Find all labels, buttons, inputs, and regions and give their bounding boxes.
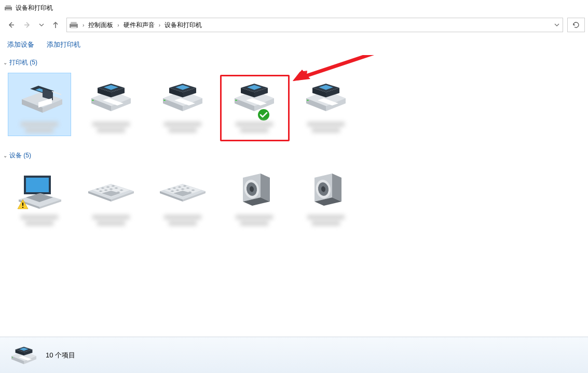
printer-item-0[interactable] xyxy=(8,73,71,136)
speaker-icon xyxy=(229,169,279,211)
back-button[interactable] xyxy=(3,18,19,32)
chevron-right-icon: › xyxy=(79,22,87,28)
chevron-right-icon: › xyxy=(156,22,163,28)
printer-item-2[interactable] xyxy=(152,73,214,136)
crumb-devices-printers[interactable]: 设备和打印机 xyxy=(163,21,203,30)
devices-items xyxy=(0,161,588,241)
device-item-1-keyboard[interactable] xyxy=(80,166,142,229)
chevron-down-icon: ⌄ xyxy=(3,153,7,158)
default-check-icon xyxy=(257,109,270,121)
crumb-control-panel[interactable]: 控制面板 xyxy=(87,21,114,30)
item-label xyxy=(303,213,349,229)
speaker-icon xyxy=(301,169,351,211)
device-item-3-speaker[interactable] xyxy=(223,166,285,229)
printer-item-3-default[interactable] xyxy=(223,73,285,136)
item-label xyxy=(231,120,278,136)
address-bar[interactable]: › 控制面板 › 硬件和声音 › 设备和打印机 xyxy=(66,18,563,32)
add-device-link[interactable]: 添加设备 xyxy=(7,40,34,49)
item-label xyxy=(159,213,206,229)
printer-item-1[interactable] xyxy=(80,73,142,136)
laptop-icon xyxy=(15,169,64,211)
printer-icon xyxy=(229,76,279,118)
app-icon xyxy=(4,4,12,12)
up-button[interactable] xyxy=(48,18,63,32)
item-label xyxy=(303,120,349,136)
group-devices: ⌄ 设备 (5) xyxy=(0,150,588,241)
window-title-bar: 设备和打印机 xyxy=(0,0,588,16)
fax-icon xyxy=(15,76,64,118)
printer-icon xyxy=(158,76,208,118)
chevron-down-icon: ⌄ xyxy=(3,60,7,65)
device-item-4-speaker[interactable] xyxy=(295,166,357,229)
location-icon xyxy=(69,20,78,30)
item-label xyxy=(16,213,63,229)
printer-item-4[interactable] xyxy=(295,73,357,136)
keyboard-icon xyxy=(158,169,208,211)
item-label xyxy=(16,120,63,136)
device-item-2-keyboard[interactable] xyxy=(152,166,214,229)
crumb-hardware-sound[interactable]: 硬件和声音 xyxy=(122,21,156,30)
group-printers-label: 打印机 (5) xyxy=(9,58,37,67)
history-dropdown[interactable] xyxy=(36,18,47,32)
command-bar: 添加设备 添加打印机 xyxy=(0,34,588,55)
item-label xyxy=(88,213,134,229)
keyboard-icon xyxy=(86,169,136,211)
forward-button[interactable] xyxy=(20,18,35,32)
item-label xyxy=(231,213,278,229)
chevron-right-icon: › xyxy=(114,22,122,28)
group-printers: ⌄ 打印机 (5) xyxy=(0,57,588,148)
nav-bar: › 控制面板 › 硬件和声音 › 设备和打印机 xyxy=(0,16,588,34)
warning-icon xyxy=(17,198,29,211)
window-title: 设备和打印机 xyxy=(16,4,53,12)
item-label xyxy=(159,120,206,136)
address-dropdown[interactable] xyxy=(551,22,563,28)
group-header-printers[interactable]: ⌄ 打印机 (5) xyxy=(0,57,588,68)
printer-icon xyxy=(86,76,136,118)
device-item-0-laptop[interactable] xyxy=(8,166,71,229)
group-devices-label: 设备 (5) xyxy=(9,151,31,160)
add-printer-link[interactable]: 添加打印机 xyxy=(47,40,80,49)
group-header-devices[interactable]: ⌄ 设备 (5) xyxy=(0,150,588,161)
printers-items xyxy=(0,68,588,148)
item-label xyxy=(88,120,134,136)
content-pane: ⌄ 打印机 (5) xyxy=(0,55,588,336)
refresh-button[interactable] xyxy=(567,18,585,32)
printer-icon xyxy=(301,76,351,118)
